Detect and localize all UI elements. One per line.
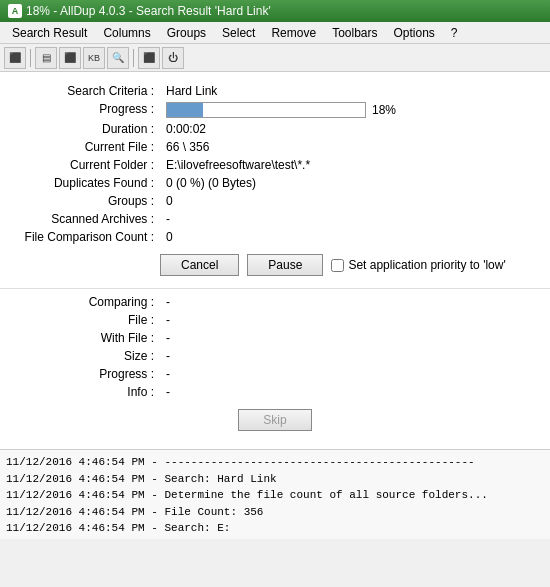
info-value: - xyxy=(160,383,550,401)
duration-label: Duration : xyxy=(0,120,160,138)
priority-checkbox[interactable] xyxy=(331,259,344,272)
search-criteria-value: Hard Link xyxy=(160,82,550,100)
progress-compare-row: Progress : - xyxy=(0,365,550,383)
size-row: Size : - xyxy=(0,347,550,365)
progress-percent: 18% xyxy=(372,103,396,117)
file-row: File : - xyxy=(0,311,550,329)
current-file-value: 66 \ 356 xyxy=(160,138,550,156)
comparing-value: - xyxy=(160,293,550,311)
toolbar-btn-7[interactable]: ⏻ xyxy=(162,47,184,69)
comparing-table: Comparing : - File : - With File : - Siz… xyxy=(0,293,550,401)
menu-search-result[interactable]: Search Result xyxy=(4,22,95,43)
toolbar-btn-4[interactable]: KB xyxy=(83,47,105,69)
buttons-row: Cancel Pause Set application priority to… xyxy=(0,246,550,284)
app-icon: A xyxy=(8,4,22,18)
menu-select[interactable]: Select xyxy=(214,22,263,43)
skip-button[interactable]: Skip xyxy=(238,409,311,431)
size-value: - xyxy=(160,347,550,365)
toolbar: ⬛ ▤ ⬛ KB 🔍 ⬛ ⏻ xyxy=(0,44,550,72)
toolbar-sep-2 xyxy=(133,49,134,67)
toolbar-btn-5[interactable]: 🔍 xyxy=(107,47,129,69)
file-comparison-value: 0 xyxy=(160,228,550,246)
duplicates-found-value: 0 (0 %) (0 Bytes) xyxy=(160,174,550,192)
toolbar-btn-1[interactable]: ⬛ xyxy=(4,47,26,69)
progress-row: Progress : 18% xyxy=(0,100,550,120)
current-folder-row: Current Folder : E:\ilovefreesoftware\te… xyxy=(0,156,550,174)
main-content: Search Criteria : Hard Link Progress : 1… xyxy=(0,72,550,449)
log-line: 11/12/2016 4:46:54 PM - Search: E: xyxy=(6,520,544,537)
info-table: Search Criteria : Hard Link Progress : 1… xyxy=(0,82,550,246)
menu-toolbars[interactable]: Toolbars xyxy=(324,22,385,43)
file-value: - xyxy=(160,311,550,329)
duplicates-found-label: Duplicates Found : xyxy=(0,174,160,192)
toolbar-btn-3[interactable]: ⬛ xyxy=(59,47,81,69)
progress-container: 18% xyxy=(166,102,544,118)
size-label: Size : xyxy=(0,347,160,365)
scanned-archives-label: Scanned Archives : xyxy=(0,210,160,228)
info-row: Info : - xyxy=(0,383,550,401)
log-line: 11/12/2016 4:46:54 PM - ----------------… xyxy=(6,454,544,471)
file-comparison-label: File Comparison Count : xyxy=(0,228,160,246)
progress-compare-value: - xyxy=(160,365,550,383)
title-bar-text: 18% - AllDup 4.0.3 - Search Result 'Hard… xyxy=(26,4,271,18)
toolbar-btn-6[interactable]: ⬛ xyxy=(138,47,160,69)
search-criteria-label: Search Criteria : xyxy=(0,82,160,100)
skip-area: Skip xyxy=(0,401,550,439)
comparing-row: Comparing : - xyxy=(0,293,550,311)
log-area[interactable]: 11/12/2016 4:46:54 PM - ----------------… xyxy=(0,449,550,539)
cancel-button[interactable]: Cancel xyxy=(160,254,239,276)
duration-value: 0:00:02 xyxy=(160,120,550,138)
menu-groups[interactable]: Groups xyxy=(159,22,214,43)
progress-bar-inner xyxy=(167,103,203,117)
title-bar: A 18% - AllDup 4.0.3 - Search Result 'Ha… xyxy=(0,0,550,22)
menu-options[interactable]: Options xyxy=(386,22,443,43)
progress-cell: 18% xyxy=(160,100,550,120)
pause-button[interactable]: Pause xyxy=(247,254,323,276)
current-file-label: Current File : xyxy=(0,138,160,156)
separator-1 xyxy=(0,288,550,289)
progress-label: Progress : xyxy=(0,100,160,120)
current-file-row: Current File : 66 \ 356 xyxy=(0,138,550,156)
with-file-row: With File : - xyxy=(0,329,550,347)
scanned-archives-row: Scanned Archives : - xyxy=(0,210,550,228)
log-line: 11/12/2016 4:46:54 PM - Determine the fi… xyxy=(6,487,544,504)
groups-label: Groups : xyxy=(0,192,160,210)
progress-compare-label: Progress : xyxy=(0,365,160,383)
with-file-label: With File : xyxy=(0,329,160,347)
menu-columns[interactable]: Columns xyxy=(95,22,158,43)
menu-bar: Search Result Columns Groups Select Remo… xyxy=(0,22,550,44)
info-label: Info : xyxy=(0,383,160,401)
scanned-archives-value: - xyxy=(160,210,550,228)
with-file-value: - xyxy=(160,329,550,347)
priority-check-container: Set application priority to 'low' xyxy=(331,258,505,272)
current-folder-label: Current Folder : xyxy=(0,156,160,174)
groups-value: 0 xyxy=(160,192,550,210)
groups-row: Groups : 0 xyxy=(0,192,550,210)
file-comparison-row: File Comparison Count : 0 xyxy=(0,228,550,246)
log-line: 11/12/2016 4:46:54 PM - Search: Hard Lin… xyxy=(6,471,544,488)
menu-remove[interactable]: Remove xyxy=(263,22,324,43)
toolbar-sep-1 xyxy=(30,49,31,67)
duplicates-found-row: Duplicates Found : 0 (0 %) (0 Bytes) xyxy=(0,174,550,192)
duration-row: Duration : 0:00:02 xyxy=(0,120,550,138)
search-criteria-row: Search Criteria : Hard Link xyxy=(0,82,550,100)
toolbar-btn-2[interactable]: ▤ xyxy=(35,47,57,69)
file-label: File : xyxy=(0,311,160,329)
progress-bar-outer xyxy=(166,102,366,118)
log-line: 11/12/2016 4:46:54 PM - File Count: 356 xyxy=(6,504,544,521)
priority-label: Set application priority to 'low' xyxy=(348,258,505,272)
menu-help[interactable]: ? xyxy=(443,22,466,43)
comparing-label: Comparing : xyxy=(0,293,160,311)
current-folder-value: E:\ilovefreesoftware\test\*.* xyxy=(160,156,550,174)
